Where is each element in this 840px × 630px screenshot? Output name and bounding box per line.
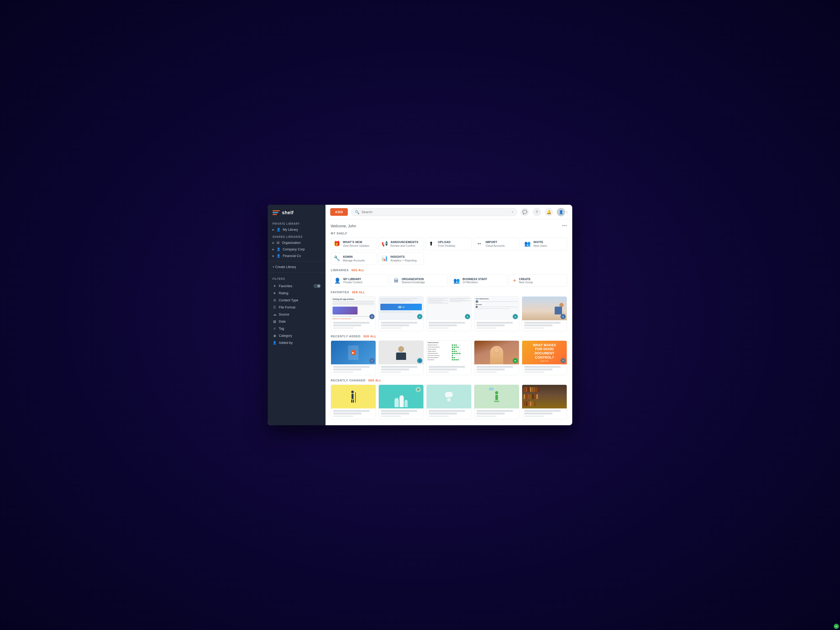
changed-card-2-info — [379, 409, 423, 419]
shelf-card-import[interactable]: ↔ IMPORT Cloud Accounts — [474, 238, 519, 250]
filter-rating[interactable]: ★ Rating — [268, 289, 325, 297]
fav-card-1[interactable]: Solving the app problem Reasons for Bank… — [331, 296, 376, 331]
recent-card-4-badge: w — [513, 358, 518, 363]
changed-card-2[interactable]: 🌴 — [379, 385, 424, 419]
filter-category[interactable]: ◉ Category — [268, 332, 325, 339]
insights-icon: 📊 — [381, 255, 388, 261]
card-title-line-2 — [477, 369, 505, 370]
filter-tag-label: Tag — [279, 327, 284, 330]
shelf-card-upload[interactable]: ⬆ UPLOAD From Desktop — [426, 238, 472, 250]
recent-card-5-badge: ? — [561, 358, 566, 363]
create-library-button[interactable]: + Create Library — [268, 264, 325, 270]
recently-changed-cards: 🌴 — [331, 385, 567, 419]
sidebar-item-financial[interactable]: ▶ 👤 Financial Co — [268, 253, 325, 259]
filter-date[interactable]: ▦ Date — [268, 318, 325, 325]
changed-card-1[interactable] — [331, 385, 376, 419]
lib-card-my-library[interactable]: 👤 MY LIBRARY Private Content — [331, 274, 388, 287]
filter-source[interactable]: ☁ Source — [268, 311, 325, 318]
filter-added-by-label: Added by — [279, 341, 293, 345]
sidebar-item-organization[interactable]: ▶ 🏛 Organization — [268, 239, 325, 246]
shelf-card-insights[interactable]: 📊 INSIGHTS Analytics + Reporting — [379, 252, 424, 265]
card-sub-line — [381, 371, 401, 373]
sidebar-item-my-library[interactable]: ▶ 👤 My Library — [268, 226, 325, 233]
shelf-card-admin[interactable]: 🔧 ADMIN Manage Accounts — [331, 252, 376, 265]
filter-rating-label: Rating — [279, 291, 288, 295]
fav-card-4[interactable]: User Registration 🔒 Security s — [474, 296, 519, 331]
notifications-button[interactable]: 🔔 — [545, 208, 553, 216]
chat-button[interactable]: 💬 — [521, 208, 529, 216]
financial-icon: 👤 — [276, 254, 281, 258]
filter-favorites[interactable]: ♥ Favorites — [268, 283, 325, 289]
fav-card-1-thumb: Solving the app problem Reasons for Bank… — [331, 297, 376, 320]
lib-card-create[interactable]: + CREATE New Group — [510, 274, 567, 287]
recent-card-4[interactable]: w — [474, 341, 519, 375]
shelf-card-invite[interactable]: 👥 INVITE New Users — [521, 238, 567, 250]
logo-area[interactable]: shelf — [268, 205, 325, 220]
changed-card-4[interactable] — [474, 385, 519, 419]
recent-card-4-info — [474, 364, 519, 375]
favorites-see-all[interactable]: SEE ALL — [352, 291, 365, 294]
changed-card-5-info — [522, 409, 567, 419]
lib-card-organization[interactable]: 🏛 ORGANIZATION Shared Knowledge — [390, 274, 448, 287]
my-library-label: My Library — [283, 228, 298, 232]
recent-card-2-badge: 👤 — [417, 358, 422, 363]
card-title-line-2 — [477, 324, 505, 326]
card-title-line-2 — [333, 369, 362, 370]
card-sub-line — [429, 415, 449, 417]
card-sub-line — [429, 327, 449, 328]
lib-org-title: ORGANIZATION — [402, 278, 425, 281]
user-avatar[interactable]: 👤 ▾ — [557, 208, 567, 216]
changed-card-5-thumb — [522, 385, 567, 409]
sidebar-item-company[interactable]: ▶ 👤 Company Corp — [268, 246, 325, 253]
recent-card-3[interactable]: Advanced Search Standard Search In-Docum… — [426, 341, 471, 375]
added-by-icon: 👤 — [273, 341, 277, 345]
recent-card-2[interactable]: 👤 — [379, 341, 424, 375]
favorites-toggle[interactable] — [313, 284, 321, 288]
changed-card-4-info — [474, 409, 519, 419]
libraries-see-all[interactable]: SEE ALL — [351, 268, 364, 272]
app-name: shelf — [282, 210, 294, 216]
topbar-icons: 💬 ? 🔔 👤 ▾ — [521, 208, 567, 216]
filter-added-by[interactable]: 👤 Added by — [268, 339, 325, 346]
search-input[interactable] — [362, 210, 510, 214]
fav-card-3[interactable]: s — [426, 296, 471, 331]
fav-card-5-badge: s — [561, 314, 566, 319]
recent-card-1[interactable]: ▶ t — [331, 341, 376, 375]
company-label: Company Corp — [283, 248, 305, 251]
recently-added-see-all[interactable]: SEE ALL — [363, 335, 376, 338]
filter-content-type[interactable]: ⊞ Content Type — [268, 297, 325, 304]
filter-file-format[interactable]: ☰ File Format — [268, 304, 325, 311]
doc-image-1 — [333, 306, 357, 314]
lib-card-business-staff[interactable]: 👥 BUSINESS STAFF 14 Members — [450, 274, 507, 287]
recent-card-5[interactable]: WHAT MAKESFOR GOODDOCUMENTCONTROL? SHELF… — [522, 341, 567, 375]
card-title-line — [477, 410, 513, 412]
changed-card-3[interactable] — [426, 385, 471, 419]
help-button[interactable]: ? — [533, 208, 541, 216]
filters-list: ♥ Favorites ★ Rating ⊞ Content Type — [268, 283, 325, 346]
filter-tag[interactable]: # Tag — [268, 325, 325, 332]
avatar-chevron-icon: ▾ — [566, 210, 567, 213]
tag-icon: # — [273, 327, 277, 330]
recently-changed-see-all[interactable]: SEE ALL — [368, 379, 381, 382]
fav-card-2[interactable]: s — [379, 296, 424, 331]
table-label: Usage Search — [428, 351, 451, 352]
card-title-line — [381, 366, 417, 368]
card-sub-line — [477, 327, 497, 328]
shelf-card-announcements[interactable]: 📢 ANNOUNCEMENTS Review and Confirm — [379, 238, 424, 250]
more-options-button[interactable]: ••• — [562, 223, 567, 229]
recently-added-label: RECENTLY ADDED — [331, 335, 361, 338]
star-icon: ★ — [273, 291, 277, 295]
org-label: Organization — [282, 241, 300, 245]
announcements-icon: 📢 — [381, 240, 388, 247]
filter-category-label: Category — [279, 334, 292, 338]
changed-card-3-info — [426, 409, 471, 419]
table-label: Standard Search — [428, 344, 451, 346]
fav-card-5[interactable]: s — [522, 296, 567, 331]
card-title-line-2 — [524, 324, 553, 326]
add-button[interactable]: ADD — [330, 208, 348, 216]
shelf-card-whats-new[interactable]: 🎁 WHAT'S NEW View Recent Updates — [331, 238, 376, 250]
card-title-line — [524, 366, 561, 368]
changed-card-5[interactable] — [522, 385, 567, 419]
card-title-line — [477, 322, 513, 324]
big-text-title: WHAT MAKESFOR GOODDOCUMENTCONTROL? — [533, 343, 556, 359]
